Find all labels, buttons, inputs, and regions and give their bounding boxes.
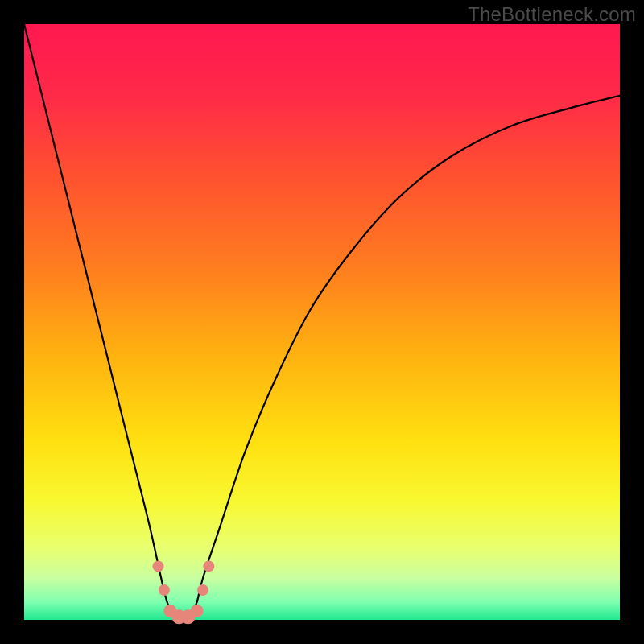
bottleneck-chart — [0, 0, 644, 644]
curve-marker — [159, 584, 170, 596]
curve-marker — [191, 605, 204, 617]
chart-frame: TheBottleneck.com — [0, 0, 644, 644]
plot-background — [24, 24, 620, 620]
curve-marker — [197, 584, 208, 596]
curve-marker — [203, 560, 214, 572]
curve-marker — [153, 560, 164, 572]
